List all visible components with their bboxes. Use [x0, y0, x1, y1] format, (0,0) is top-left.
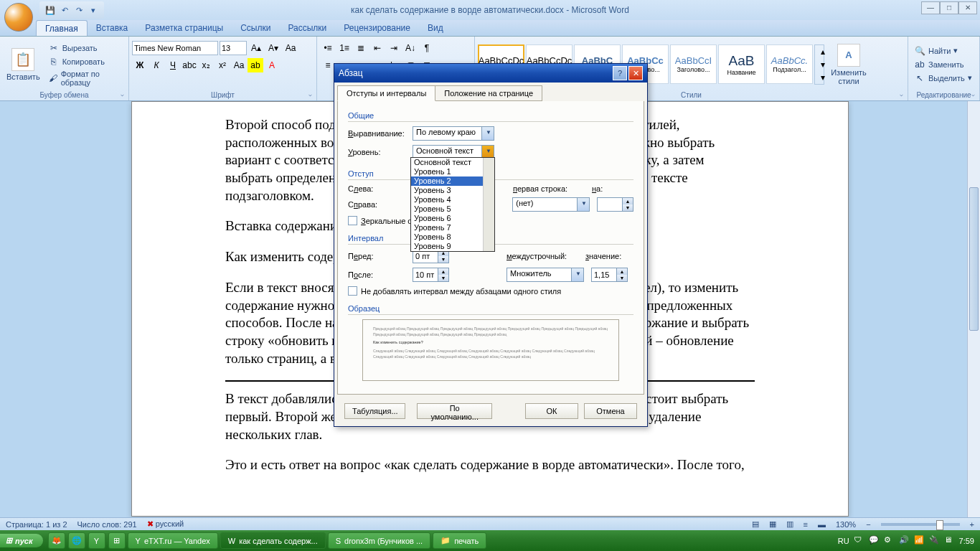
bold-button[interactable]: Ж [132, 58, 148, 72]
paste-button[interactable]: 📋 Вставить [3, 47, 44, 83]
taskbar-task[interactable]: 📁печать [433, 532, 486, 549]
dropdown-option[interactable]: Уровень 3 [411, 186, 494, 195]
show-marks-icon[interactable]: ¶ [419, 41, 435, 55]
font-name-combo[interactable] [132, 41, 218, 55]
view-outline-icon[interactable]: ≡ [804, 520, 808, 529]
zoom-in-icon[interactable]: + [970, 520, 974, 529]
ok-button[interactable]: ОК [525, 403, 578, 419]
tab-links[interactable]: Ссылки [232, 20, 279, 36]
font-color-button[interactable]: A [264, 58, 280, 72]
value-spinner[interactable]: ▲▼ [591, 268, 628, 282]
dialog-tab-position[interactable]: Положение на странице [435, 85, 542, 101]
taskbar-task[interactable]: Wкак сделать содерж... [220, 532, 326, 549]
view-read-icon[interactable]: ▦ [769, 519, 776, 529]
dropdown-option[interactable]: Уровень 1 [411, 167, 494, 176]
tab-view[interactable]: Вид [419, 20, 452, 36]
copy-button[interactable]: ⎘Копировать [45, 55, 126, 68]
font-size-combo[interactable] [220, 41, 247, 55]
dialog-tab-indents[interactable]: Отступы и интервалы [337, 85, 435, 101]
scroll-thumb[interactable] [969, 187, 979, 331]
change-styles-button[interactable]: A Изменить стили [826, 42, 872, 87]
style-title[interactable]: AaBНазвание [718, 44, 765, 84]
dropdown-option[interactable]: Уровень 5 [411, 204, 494, 214]
tray-icon[interactable]: 📶 [914, 535, 925, 546]
quicklaunch-icon[interactable]: 🦊 [48, 532, 65, 549]
sort-icon[interactable]: A↓ [402, 41, 418, 55]
tab-layout[interactable]: Разметка страницы [136, 20, 232, 36]
view-web-icon[interactable]: ▥ [786, 519, 793, 529]
tray-icon[interactable]: 💬 [869, 535, 880, 546]
tabs-button[interactable]: Табуляция... [344, 403, 405, 419]
tab-home[interactable]: Главная [36, 20, 88, 36]
tab-insert[interactable]: Вставка [88, 20, 137, 36]
tab-review[interactable]: Рецензирование [335, 20, 419, 36]
status-lang[interactable]: ✖ русский [147, 519, 184, 529]
alignment-combo[interactable]: По левому краю [413, 126, 494, 141]
shrink-font-icon[interactable]: A▾ [265, 41, 281, 55]
dialog-help-button[interactable]: ? [613, 66, 627, 80]
tray-lang[interactable]: RU [838, 537, 849, 545]
taskbar-task[interactable]: YeTXT.ru — Yandex [128, 532, 218, 549]
redo-icon[interactable]: ↷ [72, 4, 85, 17]
grow-font-icon[interactable]: A▴ [248, 41, 264, 55]
select-button[interactable]: ↖Выделить ▾ [911, 72, 975, 85]
paragraph[interactable]: Это и есть ответ на вопрос «как сделать … [225, 456, 755, 474]
zoom-slider[interactable] [881, 523, 960, 526]
tray-icon[interactable]: 🛡 [854, 535, 864, 546]
dialog-titlebar[interactable]: Абзац ? ✕ [334, 64, 647, 83]
tray-clock[interactable]: 7:59 [959, 537, 974, 545]
dropdown-scrollbar[interactable] [483, 158, 494, 251]
italic-button[interactable]: К [149, 58, 164, 72]
outdent-icon[interactable]: ⇤ [369, 41, 385, 55]
tray-icon[interactable]: 🔊 [899, 535, 910, 546]
zoom-out-icon[interactable]: − [866, 520, 870, 529]
maximize-button[interactable]: □ [940, 1, 958, 14]
strike-button[interactable]: abc [182, 58, 197, 72]
format-painter-button[interactable]: 🖌Формат по образцу [45, 69, 126, 88]
linespacing-combo[interactable]: Множитель [507, 268, 584, 282]
highlight-button[interactable]: ab [248, 58, 263, 72]
status-page[interactable]: Страница: 1 из 2 [6, 520, 67, 529]
vertical-scrollbar[interactable] [967, 101, 980, 517]
view-print-icon[interactable]: ▤ [752, 519, 759, 529]
quicklaunch-icon[interactable]: 🌐 [68, 532, 85, 549]
multilevel-icon[interactable]: ≣ [353, 41, 369, 55]
dropdown-option[interactable]: Уровень 8 [411, 232, 494, 242]
level-dropdown-list[interactable]: Основной текст Уровень 1 Уровень 2 Урове… [410, 157, 495, 252]
style-heading3[interactable]: AaBbCcIЗаголово... [670, 44, 717, 84]
start-button[interactable]: ⊞пуск [0, 534, 43, 547]
tray-icon[interactable]: 🖥 [944, 535, 955, 546]
find-button[interactable]: 🔍Найти ▾ [911, 44, 975, 57]
dropdown-option[interactable]: Уровень 2 [411, 176, 494, 186]
default-button[interactable]: По умолчанию... [417, 403, 492, 419]
quicklaunch-icon[interactable]: Y [88, 532, 105, 549]
replace-button[interactable]: abЗаменить [911, 58, 975, 71]
undo-icon[interactable]: ↶ [58, 4, 71, 17]
dropdown-option[interactable]: Уровень 6 [411, 214, 494, 223]
tray-icon[interactable]: ⚙ [884, 535, 895, 546]
dropdown-option[interactable]: Уровень 4 [411, 195, 494, 204]
save-icon[interactable]: 💾 [44, 4, 57, 17]
qat-more-icon[interactable]: ▾ [87, 4, 100, 17]
quicklaunch-icon[interactable]: ⊞ [108, 532, 126, 549]
clear-format-icon[interactable]: Aa [283, 41, 298, 55]
bullets-icon[interactable]: •≡ [320, 41, 336, 55]
view-draft-icon[interactable]: ▬ [818, 520, 826, 529]
tab-mail[interactable]: Рассылки [279, 20, 335, 36]
numbering-icon[interactable]: 1≡ [336, 41, 352, 55]
dropdown-option[interactable]: Основной текст [411, 158, 494, 167]
superscript-button[interactable]: x² [215, 58, 230, 72]
taskbar-task[interactable]: Sdronx3m (Бунчиков ... [328, 532, 430, 549]
style-subtitle[interactable]: AaBbCc.Подзагол... [766, 44, 813, 84]
subscript-button[interactable]: x₂ [198, 58, 214, 72]
indent-icon[interactable]: ⇥ [386, 41, 402, 55]
office-button[interactable] [4, 3, 33, 32]
zoom-value[interactable]: 130% [836, 520, 856, 529]
case-button[interactable]: Aa [231, 58, 247, 72]
after-spinner[interactable]: ▲▼ [413, 268, 449, 282]
dialog-close-button[interactable]: ✕ [628, 66, 643, 80]
tray-icon[interactable]: 🔌 [929, 535, 940, 546]
noadd-checkbox[interactable]: Не добавлять интервал между абзацами одн… [348, 286, 633, 296]
cut-button[interactable]: ✂Вырезать [45, 42, 126, 55]
status-words[interactable]: Число слов: 291 [77, 520, 137, 529]
